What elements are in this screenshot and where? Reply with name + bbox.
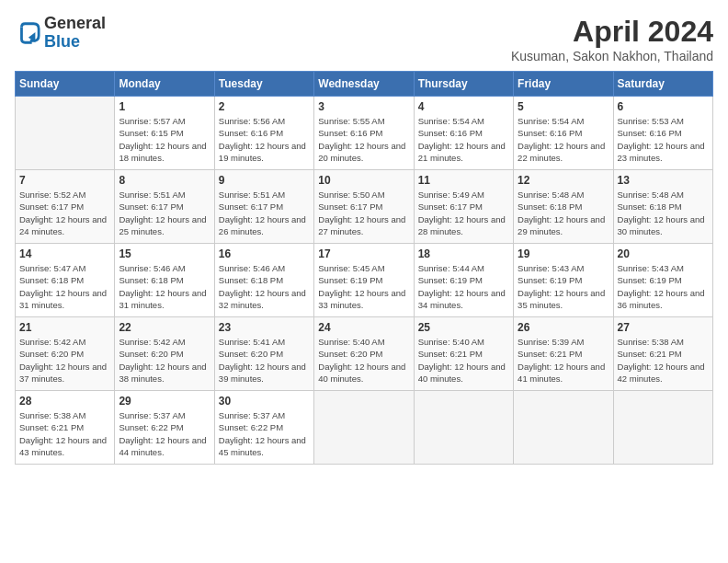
day-number: 2 xyxy=(219,100,310,113)
calendar-cell: 27Sunrise: 5:38 AM Sunset: 6:21 PM Dayli… xyxy=(613,317,712,391)
day-number: 28 xyxy=(19,395,110,408)
day-info: Sunrise: 5:46 AM Sunset: 6:18 PM Dayligh… xyxy=(119,262,210,311)
day-info: Sunrise: 5:40 AM Sunset: 6:21 PM Dayligh… xyxy=(418,336,509,385)
day-info: Sunrise: 5:48 AM Sunset: 6:18 PM Dayligh… xyxy=(618,189,709,237)
day-info: Sunrise: 5:52 AM Sunset: 6:17 PM Dayligh… xyxy=(19,189,110,237)
day-number: 20 xyxy=(618,247,709,260)
day-number: 29 xyxy=(119,395,210,408)
day-number: 9 xyxy=(219,174,310,187)
day-number: 27 xyxy=(618,321,709,334)
day-number: 6 xyxy=(618,100,709,113)
calendar-cell xyxy=(314,391,414,465)
day-info: Sunrise: 5:54 AM Sunset: 6:16 PM Dayligh… xyxy=(418,115,509,164)
calendar-cell: 4Sunrise: 5:54 AM Sunset: 6:16 PM Daylig… xyxy=(414,97,513,170)
header-day-sunday: Sunday xyxy=(16,72,115,97)
day-number: 30 xyxy=(219,395,310,408)
logo-text: General Blue xyxy=(44,15,106,52)
calendar-cell: 8Sunrise: 5:51 AM Sunset: 6:17 PM Daylig… xyxy=(115,170,214,244)
day-number: 3 xyxy=(318,100,409,113)
day-number: 5 xyxy=(518,100,609,113)
day-info: Sunrise: 5:46 AM Sunset: 6:18 PM Dayligh… xyxy=(219,262,310,311)
title-area: April 2024 Kusuman, Sakon Nakhon, Thaila… xyxy=(511,15,713,63)
day-number: 21 xyxy=(19,321,110,334)
calendar-cell: 28Sunrise: 5:38 AM Sunset: 6:21 PM Dayli… xyxy=(16,391,115,465)
logo-icon xyxy=(15,20,40,46)
calendar-cell xyxy=(16,97,115,170)
day-info: Sunrise: 5:43 AM Sunset: 6:19 PM Dayligh… xyxy=(518,262,609,311)
day-info: Sunrise: 5:44 AM Sunset: 6:19 PM Dayligh… xyxy=(418,262,509,311)
calendar-cell: 20Sunrise: 5:43 AM Sunset: 6:19 PM Dayli… xyxy=(613,244,712,317)
day-number: 14 xyxy=(19,247,110,260)
day-number: 15 xyxy=(119,247,210,260)
day-number: 25 xyxy=(418,321,509,334)
day-info: Sunrise: 5:40 AM Sunset: 6:20 PM Dayligh… xyxy=(318,336,409,385)
day-info: Sunrise: 5:37 AM Sunset: 6:22 PM Dayligh… xyxy=(119,409,210,458)
calendar-cell: 17Sunrise: 5:45 AM Sunset: 6:19 PM Dayli… xyxy=(314,244,414,317)
logo-blue: Blue xyxy=(44,33,106,52)
week-row-3: 14Sunrise: 5:47 AM Sunset: 6:18 PM Dayli… xyxy=(16,244,713,317)
day-info: Sunrise: 5:51 AM Sunset: 6:17 PM Dayligh… xyxy=(119,189,210,237)
calendar-cell: 3Sunrise: 5:55 AM Sunset: 6:16 PM Daylig… xyxy=(314,97,414,170)
calendar-cell: 14Sunrise: 5:47 AM Sunset: 6:18 PM Dayli… xyxy=(16,244,115,317)
day-info: Sunrise: 5:49 AM Sunset: 6:17 PM Dayligh… xyxy=(418,189,509,237)
header: General Blue April 2024 Kusuman, Sakon N… xyxy=(15,15,713,63)
calendar-cell: 10Sunrise: 5:50 AM Sunset: 6:17 PM Dayli… xyxy=(314,170,414,244)
day-info: Sunrise: 5:53 AM Sunset: 6:16 PM Dayligh… xyxy=(618,115,709,164)
day-number: 8 xyxy=(119,174,210,187)
calendar-cell: 9Sunrise: 5:51 AM Sunset: 6:17 PM Daylig… xyxy=(214,170,313,244)
header-day-tuesday: Tuesday xyxy=(214,72,313,97)
calendar-cell xyxy=(414,391,513,465)
day-info: Sunrise: 5:38 AM Sunset: 6:21 PM Dayligh… xyxy=(19,409,110,458)
day-number: 12 xyxy=(518,174,609,187)
day-info: Sunrise: 5:38 AM Sunset: 6:21 PM Dayligh… xyxy=(618,336,709,385)
calendar-cell: 13Sunrise: 5:48 AM Sunset: 6:18 PM Dayli… xyxy=(613,170,712,244)
day-number: 10 xyxy=(318,174,409,187)
calendar-cell: 25Sunrise: 5:40 AM Sunset: 6:21 PM Dayli… xyxy=(414,317,513,391)
day-info: Sunrise: 5:37 AM Sunset: 6:22 PM Dayligh… xyxy=(219,409,310,458)
day-info: Sunrise: 5:45 AM Sunset: 6:19 PM Dayligh… xyxy=(318,262,409,311)
header-day-wednesday: Wednesday xyxy=(314,72,414,97)
calendar-cell: 5Sunrise: 5:54 AM Sunset: 6:16 PM Daylig… xyxy=(514,97,613,170)
calendar-cell xyxy=(514,391,613,465)
calendar-cell: 29Sunrise: 5:37 AM Sunset: 6:22 PM Dayli… xyxy=(115,391,214,465)
calendar-title: April 2024 xyxy=(511,15,713,49)
calendar-cell: 7Sunrise: 5:52 AM Sunset: 6:17 PM Daylig… xyxy=(16,170,115,244)
day-info: Sunrise: 5:54 AM Sunset: 6:16 PM Dayligh… xyxy=(518,115,609,164)
day-info: Sunrise: 5:41 AM Sunset: 6:20 PM Dayligh… xyxy=(219,336,310,385)
calendar-subtitle: Kusuman, Sakon Nakhon, Thailand xyxy=(511,49,713,63)
day-number: 22 xyxy=(119,321,210,334)
calendar-cell xyxy=(613,391,712,465)
day-number: 24 xyxy=(318,321,409,334)
day-info: Sunrise: 5:51 AM Sunset: 6:17 PM Dayligh… xyxy=(219,189,310,237)
calendar-cell: 18Sunrise: 5:44 AM Sunset: 6:19 PM Dayli… xyxy=(414,244,513,317)
day-number: 1 xyxy=(119,100,210,113)
header-day-monday: Monday xyxy=(115,72,214,97)
calendar-cell: 22Sunrise: 5:42 AM Sunset: 6:20 PM Dayli… xyxy=(115,317,214,391)
calendar-cell: 1Sunrise: 5:57 AM Sunset: 6:15 PM Daylig… xyxy=(115,97,214,170)
header-day-saturday: Saturday xyxy=(613,72,712,97)
calendar-table: SundayMondayTuesdayWednesdayThursdayFrid… xyxy=(15,71,713,465)
day-number: 11 xyxy=(418,174,509,187)
week-row-1: 1Sunrise: 5:57 AM Sunset: 6:15 PM Daylig… xyxy=(16,97,713,170)
calendar-cell: 24Sunrise: 5:40 AM Sunset: 6:20 PM Dayli… xyxy=(314,317,414,391)
calendar-cell: 21Sunrise: 5:42 AM Sunset: 6:20 PM Dayli… xyxy=(16,317,115,391)
day-info: Sunrise: 5:48 AM Sunset: 6:18 PM Dayligh… xyxy=(518,189,609,237)
day-number: 7 xyxy=(19,174,110,187)
week-row-5: 28Sunrise: 5:38 AM Sunset: 6:21 PM Dayli… xyxy=(16,391,713,465)
logo-general: General xyxy=(44,15,106,33)
day-number: 13 xyxy=(618,174,709,187)
calendar-cell: 15Sunrise: 5:46 AM Sunset: 6:18 PM Dayli… xyxy=(115,244,214,317)
day-number: 4 xyxy=(418,100,509,113)
calendar-cell: 2Sunrise: 5:56 AM Sunset: 6:16 PM Daylig… xyxy=(214,97,313,170)
calendar-cell: 6Sunrise: 5:53 AM Sunset: 6:16 PM Daylig… xyxy=(613,97,712,170)
day-number: 26 xyxy=(518,321,609,334)
day-number: 18 xyxy=(418,247,509,260)
day-number: 17 xyxy=(318,247,409,260)
day-info: Sunrise: 5:43 AM Sunset: 6:19 PM Dayligh… xyxy=(618,262,709,311)
calendar-cell: 16Sunrise: 5:46 AM Sunset: 6:18 PM Dayli… xyxy=(214,244,313,317)
days-header-row: SundayMondayTuesdayWednesdayThursdayFrid… xyxy=(16,72,713,97)
header-day-friday: Friday xyxy=(514,72,613,97)
calendar-cell: 11Sunrise: 5:49 AM Sunset: 6:17 PM Dayli… xyxy=(414,170,513,244)
day-info: Sunrise: 5:57 AM Sunset: 6:15 PM Dayligh… xyxy=(119,115,210,164)
calendar-cell: 30Sunrise: 5:37 AM Sunset: 6:22 PM Dayli… xyxy=(214,391,313,465)
